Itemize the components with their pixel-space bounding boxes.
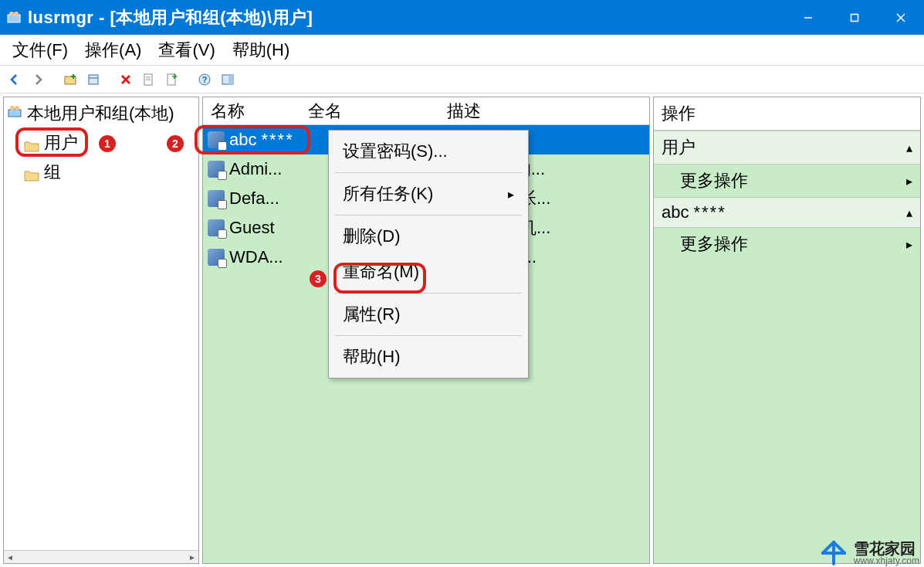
new-folder-icon[interactable] <box>60 70 80 90</box>
titlebar: lusrmgr - [本地用户和组(本地)\用户] <box>0 0 924 35</box>
watermark-name: 雪花家园 <box>854 541 919 556</box>
callout-3 <box>333 263 426 294</box>
action-more-label: 更多操作 <box>680 169 748 192</box>
folder-icon <box>24 166 39 178</box>
action-section-users[interactable]: 用户 ▴ <box>654 131 920 165</box>
menu-set-password[interactable]: 设置密码(S)... <box>329 134 528 169</box>
menu-help[interactable]: 帮助(H) <box>231 36 292 65</box>
svg-text:?: ? <box>202 75 208 84</box>
column-desc[interactable]: 描述 <box>447 100 649 123</box>
collapse-icon: ▴ <box>906 141 912 155</box>
menu-view[interactable]: 查看(V) <box>157 36 216 65</box>
action-section-label: 用户 <box>662 136 696 159</box>
menu-properties[interactable]: 属性(R) <box>329 297 528 332</box>
maximize-button[interactable] <box>831 0 878 35</box>
export-icon[interactable] <box>162 70 182 90</box>
menu-separator <box>335 335 522 336</box>
user-icon <box>208 161 225 178</box>
watermark-url: www.xhjaty.com <box>854 556 919 565</box>
svg-rect-0 <box>8 15 20 22</box>
cell-name: WDA... <box>229 247 330 267</box>
help-icon[interactable]: ? <box>195 70 215 90</box>
user-icon <box>208 249 225 266</box>
delete-icon[interactable] <box>116 70 136 90</box>
scroll-right-icon[interactable]: ► <box>186 553 198 562</box>
svg-rect-8 <box>89 75 98 84</box>
svg-point-20 <box>15 106 19 110</box>
menu-separator <box>335 172 522 173</box>
context-menu: 设置密码(S)... 所有任务(K)▸ 删除(D) 重命名(M) 属性(R) 帮… <box>328 130 529 379</box>
action-more-label: 更多操作 <box>680 233 748 256</box>
menu-action[interactable]: 操作(A) <box>83 36 143 65</box>
collapse-icon: ▴ <box>906 205 912 220</box>
action-section-selected[interactable]: abc**** ▴ <box>654 197 920 228</box>
forward-button[interactable] <box>28 70 48 90</box>
svg-point-1 <box>9 12 14 16</box>
svg-rect-13 <box>168 74 175 85</box>
back-button[interactable] <box>5 70 25 90</box>
action-section-label: abc**** <box>662 202 726 222</box>
user-icon <box>208 219 225 236</box>
users-groups-icon <box>7 104 22 124</box>
svg-point-2 <box>14 12 19 16</box>
badge-2: 2 <box>167 135 184 152</box>
tree-root-label: 本地用户和组(本地) <box>27 102 174 125</box>
svg-rect-17 <box>228 75 233 84</box>
tree-groups-label: 组 <box>44 161 61 184</box>
action-pane-toggle-icon[interactable] <box>218 70 238 90</box>
column-name[interactable]: 名称 <box>203 100 308 123</box>
chevron-right-icon: ▸ <box>906 174 912 188</box>
badge-3: 3 <box>310 270 327 287</box>
menu-all-tasks[interactable]: 所有任务(K)▸ <box>329 176 528 212</box>
scroll-left-icon[interactable]: ◄ <box>4 553 16 562</box>
menu-delete[interactable]: 删除(D) <box>329 219 528 254</box>
column-fullname[interactable]: 全名 <box>308 100 447 123</box>
horizontal-scrollbar[interactable]: ◄ ► <box>4 550 198 563</box>
minimize-button[interactable] <box>785 0 831 35</box>
watermark: 雪花家园 www.xhjaty.com <box>820 539 919 567</box>
menu-file[interactable]: 文件(F) <box>11 36 69 65</box>
menu-separator <box>335 215 522 216</box>
properties-icon[interactable] <box>83 70 103 90</box>
callout-2 <box>195 125 310 154</box>
watermark-logo-icon <box>820 539 848 567</box>
badge-1: 1 <box>99 135 116 152</box>
menubar: 文件(F) 操作(A) 查看(V) 帮助(H) <box>0 35 924 66</box>
faint-watermark <box>824 478 878 501</box>
callout-1 <box>15 127 88 157</box>
svg-rect-4 <box>851 14 858 21</box>
tree-item-groups[interactable]: 组 <box>24 161 195 184</box>
tree-root[interactable]: 本地用户和组(本地) <box>7 102 195 125</box>
action-more-users[interactable]: 更多操作 ▸ <box>654 165 920 197</box>
tree-pane: 本地用户和组(本地) 用户 组 ◄ ► <box>3 97 199 564</box>
toolbar: ? <box>0 66 924 93</box>
refresh-icon[interactable] <box>139 70 159 90</box>
svg-rect-18 <box>8 110 21 117</box>
column-headers: 名称 全名 描述 <box>203 97 649 125</box>
menu-help[interactable]: 帮助(H) <box>329 339 528 375</box>
action-pane: 操作 用户 ▴ 更多操作 ▸ abc**** ▴ 更多操作 ▸ <box>653 97 921 564</box>
chevron-right-icon: ▸ <box>906 237 912 252</box>
cell-name: Defa... <box>229 188 330 209</box>
action-more-selected[interactable]: 更多操作 ▸ <box>654 228 920 260</box>
user-icon <box>208 190 225 207</box>
svg-point-19 <box>10 106 15 110</box>
chevron-right-icon: ▸ <box>508 187 514 202</box>
cell-name: Guest <box>229 218 330 238</box>
window-controls <box>785 0 924 35</box>
action-pane-header: 操作 <box>654 97 920 131</box>
window-title: lusrmgr - [本地用户和组(本地)\用户] <box>28 6 785 29</box>
close-button[interactable] <box>878 0 924 35</box>
cell-name: Admi... <box>229 159 330 179</box>
app-icon <box>6 10 22 25</box>
